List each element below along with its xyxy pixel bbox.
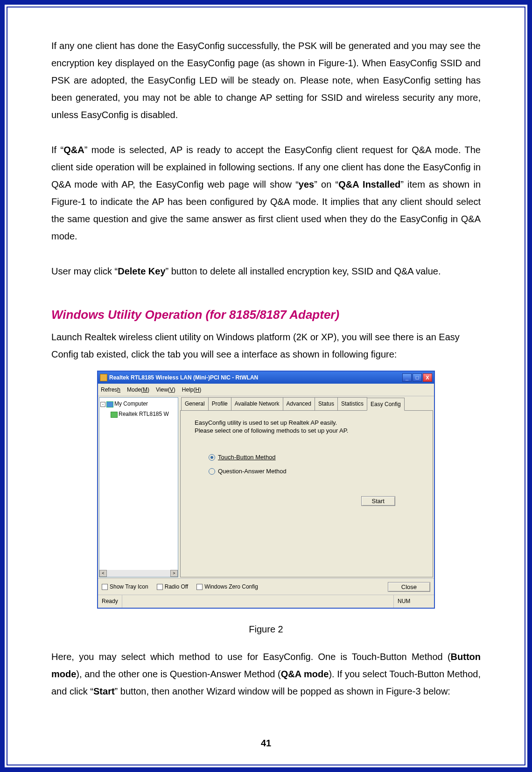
label-windows-zero: Windows Zero Config (204, 582, 258, 592)
t: Realtek RTL8185 W (119, 411, 169, 417)
page-number: 41 (5, 738, 527, 749)
t: ), and the other one is Question-Answer … (76, 669, 280, 679)
scroll-right-icon[interactable]: > (170, 570, 178, 577)
checkbox-tray-icon[interactable] (102, 584, 108, 590)
hint-text: EasyConfig utility is used to set up Rea… (195, 419, 423, 435)
t: Mode( (127, 386, 143, 393)
nic-icon (111, 412, 118, 418)
start-button[interactable]: Start (361, 496, 395, 506)
app-icon (100, 374, 107, 381)
status-ready: Ready (98, 595, 122, 607)
bold-qa-mode: Q&A mode (281, 669, 329, 679)
radio-label: Touch-Button Method (218, 452, 276, 463)
t: User may click “ (51, 266, 118, 276)
titlebar[interactable]: Realtek RTL8185 Wireless LAN (Mini-)PCI … (98, 372, 434, 384)
t: EasyConfig utility is used to set up Rea… (195, 419, 337, 426)
status-num: NUM (393, 595, 434, 607)
minimize-button[interactable]: _ (402, 373, 412, 382)
t: ” on “ (314, 179, 338, 189)
xp-window: Realtek RTL8185 Wireless LAN (Mini-)PCI … (97, 371, 435, 609)
tab-easy-config[interactable]: Easy Config (367, 398, 405, 411)
tree-root[interactable]: -My Computer (100, 399, 177, 409)
paragraph-method-select: Here, you may select which method to use… (51, 648, 481, 700)
t: If “ (51, 145, 63, 155)
t: ” button to delete all installed encrypt… (166, 266, 441, 276)
t: Here, you may select which method to use… (51, 652, 451, 662)
tab-statistics[interactable]: Statistics (337, 397, 367, 410)
radio-question-answer[interactable]: Question-Answer Method (209, 466, 423, 477)
t: ) (174, 386, 175, 393)
tab-profile[interactable]: Profile (208, 397, 231, 410)
menubar: Refresh Mode(M) View(V) Help(H) (98, 384, 434, 396)
t: ) (199, 386, 201, 393)
bold-yes: yes (299, 179, 314, 189)
menu-help[interactable]: Help(H) (182, 385, 201, 395)
paragraph-psk: If any one client has done the EasyConfi… (51, 37, 481, 124)
paragraph-qa-mode: If “Q&A” mode is selected, AP is ready t… (51, 141, 481, 245)
device-tree[interactable]: -My Computer Realtek RTL8185 W < > (99, 397, 178, 577)
figure-caption: Figure 2 (51, 621, 481, 638)
scroll-left-icon[interactable]: < (99, 570, 107, 577)
t: M (143, 386, 147, 393)
window-title: Realtek RTL8185 Wireless LAN (Mini-)PCI … (109, 372, 402, 383)
tab-general[interactable]: General (181, 397, 209, 410)
t: h (117, 386, 120, 393)
bold-delete-key: Delete Key (118, 266, 165, 276)
menu-refresh[interactable]: Refresh (101, 385, 120, 395)
paragraph-delete-key: User may click “Delete Key” button to de… (51, 263, 481, 280)
bold-qa-installed: Q&A Installed (338, 179, 400, 189)
tab-status[interactable]: Status (315, 397, 338, 410)
bold-start: Start (93, 686, 115, 696)
tree-child[interactable]: Realtek RTL8185 W (100, 409, 177, 419)
t: View( (156, 386, 170, 393)
radio-icon[interactable] (209, 468, 215, 475)
tab-advanced[interactable]: Advanced (283, 397, 315, 410)
bottom-bar: Show Tray Icon Radio Off Windows Zero Co… (98, 578, 434, 595)
tree-scrollbar[interactable]: < > (99, 570, 178, 577)
paragraph-launch: Launch Realtek wireless client utility o… (51, 329, 481, 363)
tab-strip: General Profile Available Network Advanc… (181, 397, 433, 410)
close-button[interactable]: X (423, 373, 432, 382)
label-tray-icon: Show Tray Icon (110, 582, 148, 592)
status-bar: Ready NUM (98, 595, 434, 607)
t: ” button, then another Wizard window wil… (115, 686, 450, 696)
menu-view[interactable]: View(V) (156, 385, 175, 395)
checkbox-windows-zero[interactable] (196, 584, 203, 590)
tab-available-network[interactable]: Available Network (231, 397, 283, 410)
computer-icon (106, 401, 113, 407)
t: ) (147, 386, 149, 393)
document-body: If any one client has done the EasyConfi… (51, 37, 481, 718)
radio-label: Question-Answer Method (218, 466, 287, 477)
radio-icon[interactable] (209, 454, 215, 461)
section-title: Windows Utility Operation (for 8185/8187… (51, 303, 481, 326)
collapse-icon[interactable]: - (100, 402, 105, 407)
t: Please select one of following methods t… (195, 427, 348, 434)
t: My Computer (114, 400, 148, 407)
tab-content: EasyConfig utility is used to set up Rea… (180, 410, 433, 577)
t: V (170, 386, 174, 393)
t: Refres (101, 386, 117, 393)
label-radio-off: Radio Off (165, 582, 188, 592)
checkbox-radio-off[interactable] (157, 584, 163, 590)
menu-mode[interactable]: Mode(M) (127, 385, 149, 395)
t: Help( (182, 386, 196, 393)
close-window-button[interactable]: Close (388, 582, 430, 592)
maximize-button[interactable]: □ (413, 373, 422, 382)
radio-touch-button[interactable]: Touch-Button Method (209, 452, 423, 463)
t: H (196, 386, 200, 393)
bold-qa: Q&A (63, 145, 84, 155)
